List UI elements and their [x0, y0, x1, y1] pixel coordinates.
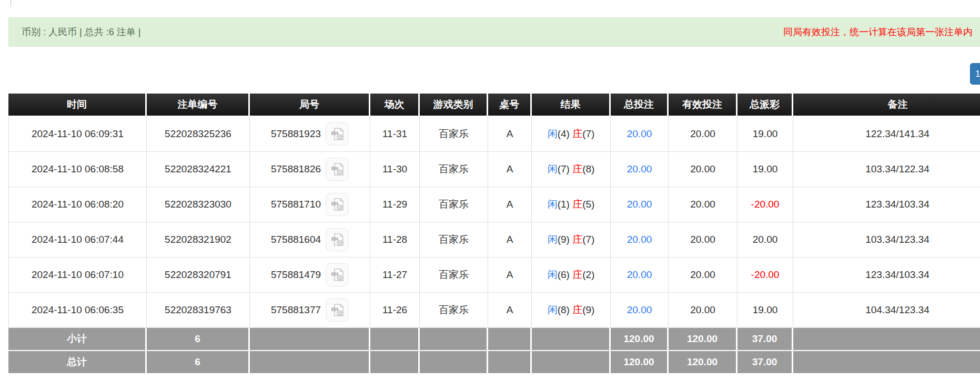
- cell-payout: 19.00: [737, 152, 793, 187]
- summary-banner: 币别 : 人民币 | 总共 :6 注单 | 同局有效投注，统一计算在该局第一张注…: [8, 17, 980, 47]
- result-banker-value: (5): [582, 199, 594, 210]
- cell-time: 2024-11-10 06:08:58: [8, 152, 147, 187]
- table-row: 2024-11-10 06:09:31 522028325236 5758819…: [8, 117, 980, 152]
- result-player-value: (4): [558, 128, 570, 139]
- result-player-value: (9): [558, 234, 570, 245]
- cell-total-bet: 20.00: [611, 222, 669, 258]
- video-record-icon: [329, 126, 345, 142]
- result-player-label: 闲: [548, 163, 558, 174]
- table-row: 2024-11-10 06:08:58 522028324221 5758818…: [8, 152, 980, 187]
- round-id-value: 575881377: [271, 304, 321, 316]
- subtotal-row: 小计 6 120.00 120.00 37.00: [8, 328, 980, 351]
- round-id-value: 575881604: [271, 234, 321, 245]
- pagination-page-1-button[interactable]: 1: [970, 63, 980, 85]
- grand-total-row: 总计 6 120.00 120.00 37.00: [8, 351, 980, 374]
- result-player-value: (1): [558, 199, 570, 210]
- result-banker-value: (7): [582, 234, 594, 245]
- cell-result: 闲(9) 庄(7): [532, 222, 611, 258]
- cell-remark: 123.34/103.34: [793, 258, 980, 293]
- bet-records-table: 时间 注单编号 局号 场次 游戏类别 桌号 结果 总投注 有效投注 总派彩 备注…: [8, 94, 980, 374]
- cell-valid-bet: 20.00: [669, 222, 737, 258]
- cell-valid-bet: 20.00: [669, 117, 737, 152]
- round-video-button[interactable]: [326, 228, 349, 251]
- column-header-payout: 总派彩: [737, 94, 793, 117]
- video-record-icon: [329, 232, 345, 248]
- video-record-icon: [329, 267, 345, 283]
- cell-result: 闲(1) 庄(5): [532, 187, 611, 222]
- cell-round-id: 575881479: [250, 258, 370, 293]
- valid-bet-notice-text: 同局有效投注，统一计算在该局第一张注单内: [783, 26, 973, 38]
- result-banker-label: 庄: [572, 269, 582, 280]
- round-video-button[interactable]: [326, 263, 349, 286]
- total-bet-link[interactable]: 20.00: [627, 163, 652, 174]
- cell-remark: 122.34/141.34: [793, 117, 980, 152]
- cell-payout: 19.00: [737, 293, 793, 328]
- cell-session: 11-30: [370, 152, 420, 187]
- cell-total-bet: 20.00: [611, 293, 669, 328]
- cell-remark: 103.34/123.34: [793, 222, 980, 258]
- subtotal-label: 小计: [8, 328, 147, 351]
- subtotal-payout: 37.00: [737, 328, 793, 351]
- round-video-button[interactable]: [326, 122, 349, 146]
- total-bet-link[interactable]: 20.00: [627, 234, 652, 245]
- cell-result: 闲(6) 庄(2): [532, 258, 611, 293]
- result-player-value: (8): [558, 304, 570, 315]
- cell-game-type: 百家乐: [420, 152, 488, 187]
- column-header-table-no: 桌号: [488, 94, 532, 117]
- result-banker-label: 庄: [572, 304, 582, 315]
- cell-time: 2024-11-10 06:09:31: [8, 117, 147, 152]
- cell-session: 11-26: [370, 293, 420, 328]
- result-banker-label: 庄: [572, 163, 582, 174]
- cell-session: 11-28: [370, 222, 420, 258]
- cell-table-no: A: [488, 222, 532, 258]
- result-player-value: (6): [558, 269, 570, 280]
- cell-round-id: 575881826: [250, 152, 370, 187]
- cell-remark: 123.34/103.34: [793, 187, 980, 222]
- cell-game-type: 百家乐: [420, 258, 488, 293]
- cell-time: 2024-11-10 06:07:44: [8, 222, 147, 258]
- round-id-value: 575881826: [271, 163, 321, 175]
- result-player-label: 闲: [548, 304, 558, 315]
- currency-summary-text: 币别 : 人民币 | 总共 :6 注单 |: [22, 26, 140, 38]
- round-video-button[interactable]: [326, 158, 349, 181]
- total-bet-link[interactable]: 20.00: [627, 304, 652, 315]
- result-banker-label: 庄: [572, 128, 582, 139]
- total-bet-link[interactable]: 20.00: [627, 269, 652, 280]
- result-banker-value: (8): [582, 163, 594, 174]
- column-header-remark: 备注: [793, 94, 980, 117]
- cell-remark: 103.34/122.34: [793, 152, 980, 187]
- total-bet-link[interactable]: 20.00: [627, 199, 652, 210]
- video-record-icon: [329, 302, 345, 318]
- cell-valid-bet: 20.00: [669, 258, 737, 293]
- cell-bet-id: 522028323030: [147, 187, 250, 222]
- cell-valid-bet: 20.00: [669, 187, 737, 222]
- table-row: 2024-11-10 06:07:10 522028320791 5758814…: [8, 258, 980, 293]
- grand-total-count: 6: [147, 351, 250, 374]
- cell-time: 2024-11-10 06:08:20: [8, 187, 147, 222]
- table-row: 2024-11-10 06:07:44 522028321902 5758816…: [8, 222, 980, 258]
- pagination-page-label: 1: [975, 69, 980, 79]
- cell-valid-bet: 20.00: [669, 152, 737, 187]
- grand-total-label: 总计: [8, 351, 147, 374]
- cell-round-id: 575881604: [250, 222, 370, 258]
- subtotal-valid-bet: 120.00: [669, 328, 737, 351]
- round-id-value: 575881710: [271, 199, 321, 210]
- total-bet-link[interactable]: 20.00: [627, 128, 652, 139]
- cell-game-type: 百家乐: [420, 293, 488, 328]
- cell-session: 11-27: [370, 258, 420, 293]
- column-header-valid-bet: 有效投注: [669, 94, 737, 117]
- column-header-round-id: 局号: [250, 94, 370, 117]
- cell-total-bet: 20.00: [611, 117, 669, 152]
- cell-time: 2024-11-10 06:07:10: [8, 258, 147, 293]
- cell-session: 11-31: [370, 117, 420, 152]
- round-id-value: 575881479: [271, 269, 321, 281]
- cell-payout: -20.00: [737, 258, 793, 293]
- round-video-button[interactable]: [326, 193, 349, 216]
- round-video-button[interactable]: [326, 299, 349, 322]
- grand-total-total-bet: 120.00: [611, 351, 669, 374]
- result-banker-value: (7): [582, 128, 594, 139]
- cell-game-type: 百家乐: [420, 222, 488, 258]
- column-header-time: 时间: [8, 94, 147, 117]
- cell-bet-id: 522028321902: [147, 222, 250, 258]
- cell-table-no: A: [488, 187, 532, 222]
